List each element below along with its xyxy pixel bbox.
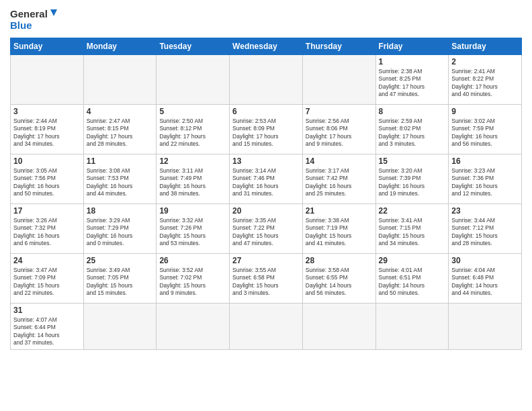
calendar-cell: 2Sunrise: 2:41 AM Sunset: 8:22 PM Daylig… bbox=[449, 55, 522, 105]
day-info: Sunrise: 3:44 AM Sunset: 7:12 PM Dayligh… bbox=[451, 217, 519, 248]
calendar-cell: 9Sunrise: 3:02 AM Sunset: 7:59 PM Daylig… bbox=[449, 105, 522, 154]
day-number: 30 bbox=[451, 256, 519, 265]
day-info: Sunrise: 3:49 AM Sunset: 7:05 PM Dayligh… bbox=[87, 267, 154, 298]
calendar-cell: 5Sunrise: 2:50 AM Sunset: 8:12 PM Daylig… bbox=[157, 105, 230, 154]
day-info: Sunrise: 2:47 AM Sunset: 8:15 PM Dayligh… bbox=[87, 118, 154, 148]
calendar-cell bbox=[230, 304, 303, 350]
generalblue-logo-icon: General Blue bbox=[10, 7, 57, 32]
day-info: Sunrise: 3:14 AM Sunset: 7:46 PM Dayligh… bbox=[232, 167, 300, 198]
day-number: 14 bbox=[306, 156, 373, 166]
day-info: Sunrise: 3:47 AM Sunset: 7:09 PM Dayligh… bbox=[13, 267, 81, 298]
calendar-cell: 20Sunrise: 3:35 AM Sunset: 7:22 PM Dayli… bbox=[230, 204, 303, 254]
day-info: Sunrise: 2:41 AM Sunset: 8:22 PM Dayligh… bbox=[451, 68, 519, 99]
day-number: 28 bbox=[306, 256, 373, 265]
day-number: 20 bbox=[232, 206, 300, 216]
calendar-cell bbox=[302, 55, 375, 105]
day-number: 23 bbox=[451, 206, 519, 216]
day-info: Sunrise: 3:29 AM Sunset: 7:29 PM Dayligh… bbox=[87, 217, 154, 248]
calendar-cell: 8Sunrise: 2:59 AM Sunset: 8:02 PM Daylig… bbox=[375, 105, 449, 154]
day-number: 5 bbox=[159, 107, 226, 116]
svg-marker-2 bbox=[50, 9, 57, 16]
calendar-cell: 13Sunrise: 3:14 AM Sunset: 7:46 PM Dayli… bbox=[230, 154, 303, 204]
calendar-cell bbox=[375, 304, 449, 350]
day-info: Sunrise: 3:55 AM Sunset: 6:58 PM Dayligh… bbox=[232, 267, 300, 298]
day-number: 15 bbox=[379, 156, 446, 166]
calendar-cell bbox=[83, 304, 157, 350]
week-row-6: 31Sunrise: 4:07 AM Sunset: 6:44 PM Dayli… bbox=[11, 304, 522, 350]
calendar-cell: 12Sunrise: 3:11 AM Sunset: 7:49 PM Dayli… bbox=[157, 154, 230, 204]
day-info: Sunrise: 3:52 AM Sunset: 7:02 PM Dayligh… bbox=[159, 267, 226, 298]
day-info: Sunrise: 4:04 AM Sunset: 6:48 PM Dayligh… bbox=[451, 267, 519, 298]
day-info: Sunrise: 4:07 AM Sunset: 6:44 PM Dayligh… bbox=[13, 316, 81, 347]
day-number: 6 bbox=[232, 107, 300, 116]
day-number: 2 bbox=[451, 57, 519, 66]
week-row-5: 24Sunrise: 3:47 AM Sunset: 7:09 PM Dayli… bbox=[11, 254, 522, 304]
calendar-cell: 17Sunrise: 3:26 AM Sunset: 7:32 PM Dayli… bbox=[11, 204, 84, 254]
day-number: 3 bbox=[13, 107, 81, 116]
calendar-cell: 26Sunrise: 3:52 AM Sunset: 7:02 PM Dayli… bbox=[157, 254, 230, 304]
day-number: 21 bbox=[306, 206, 373, 216]
day-info: Sunrise: 3:35 AM Sunset: 7:22 PM Dayligh… bbox=[232, 217, 300, 248]
calendar-cell: 4Sunrise: 2:47 AM Sunset: 8:15 PM Daylig… bbox=[83, 105, 157, 154]
day-number: 11 bbox=[87, 156, 154, 166]
calendar-cell: 31Sunrise: 4:07 AM Sunset: 6:44 PM Dayli… bbox=[11, 304, 84, 350]
calendar-cell: 18Sunrise: 3:29 AM Sunset: 7:29 PM Dayli… bbox=[83, 204, 157, 254]
page: General Blue SundayMondayTuesdayWednesda… bbox=[0, 0, 532, 411]
day-info: Sunrise: 2:38 AM Sunset: 8:25 PM Dayligh… bbox=[379, 68, 446, 99]
weekday-header-monday: Monday bbox=[83, 38, 157, 55]
calendar-cell: 21Sunrise: 3:38 AM Sunset: 7:19 PM Dayli… bbox=[302, 204, 375, 254]
week-row-1: 1Sunrise: 2:38 AM Sunset: 8:25 PM Daylig… bbox=[11, 55, 522, 105]
calendar-cell: 16Sunrise: 3:23 AM Sunset: 7:36 PM Dayli… bbox=[449, 154, 522, 204]
svg-text:Blue: Blue bbox=[10, 19, 32, 31]
weekday-header-tuesday: Tuesday bbox=[157, 38, 230, 55]
day-number: 10 bbox=[13, 156, 81, 166]
weekday-header-row: SundayMondayTuesdayWednesdayThursdayFrid… bbox=[11, 38, 522, 55]
day-number: 1 bbox=[379, 57, 446, 66]
calendar-cell bbox=[157, 304, 230, 350]
day-number: 8 bbox=[379, 107, 446, 116]
svg-text:General: General bbox=[10, 8, 48, 19]
logo: General Blue bbox=[10, 7, 57, 32]
day-number: 13 bbox=[232, 156, 300, 166]
day-info: Sunrise: 3:20 AM Sunset: 7:39 PM Dayligh… bbox=[379, 167, 446, 198]
calendar-cell: 25Sunrise: 3:49 AM Sunset: 7:05 PM Dayli… bbox=[83, 254, 157, 304]
day-number: 9 bbox=[451, 107, 519, 116]
weekday-header-wednesday: Wednesday bbox=[230, 38, 303, 55]
day-info: Sunrise: 3:58 AM Sunset: 6:55 PM Dayligh… bbox=[306, 267, 373, 298]
day-info: Sunrise: 3:32 AM Sunset: 7:26 PM Dayligh… bbox=[159, 217, 226, 248]
day-number: 19 bbox=[159, 206, 226, 216]
day-info: Sunrise: 3:26 AM Sunset: 7:32 PM Dayligh… bbox=[13, 217, 81, 248]
calendar-cell: 23Sunrise: 3:44 AM Sunset: 7:12 PM Dayli… bbox=[449, 204, 522, 254]
day-info: Sunrise: 3:38 AM Sunset: 7:19 PM Dayligh… bbox=[306, 217, 373, 248]
calendar-cell bbox=[302, 304, 375, 350]
calendar-cell bbox=[230, 55, 303, 105]
calendar-cell: 3Sunrise: 2:44 AM Sunset: 8:19 PM Daylig… bbox=[11, 105, 84, 154]
calendar-cell: 28Sunrise: 3:58 AM Sunset: 6:55 PM Dayli… bbox=[302, 254, 375, 304]
day-info: Sunrise: 4:01 AM Sunset: 6:51 PM Dayligh… bbox=[379, 267, 446, 298]
day-number: 29 bbox=[379, 256, 446, 265]
weekday-header-thursday: Thursday bbox=[302, 38, 375, 55]
calendar-cell bbox=[157, 55, 230, 105]
day-info: Sunrise: 3:08 AM Sunset: 7:53 PM Dayligh… bbox=[87, 167, 154, 198]
calendar-cell: 15Sunrise: 3:20 AM Sunset: 7:39 PM Dayli… bbox=[375, 154, 449, 204]
day-number: 25 bbox=[87, 256, 154, 265]
day-number: 16 bbox=[451, 156, 519, 166]
calendar-cell bbox=[449, 304, 522, 350]
calendar-cell: 27Sunrise: 3:55 AM Sunset: 6:58 PM Dayli… bbox=[230, 254, 303, 304]
calendar-cell: 24Sunrise: 3:47 AM Sunset: 7:09 PM Dayli… bbox=[11, 254, 84, 304]
day-info: Sunrise: 2:56 AM Sunset: 8:06 PM Dayligh… bbox=[306, 118, 373, 148]
calendar-cell: 10Sunrise: 3:05 AM Sunset: 7:56 PM Dayli… bbox=[11, 154, 84, 204]
week-row-4: 17Sunrise: 3:26 AM Sunset: 7:32 PM Dayli… bbox=[11, 204, 522, 254]
header: General Blue bbox=[10, 7, 522, 32]
day-info: Sunrise: 2:44 AM Sunset: 8:19 PM Dayligh… bbox=[13, 118, 81, 148]
day-number: 4 bbox=[87, 107, 154, 116]
day-info: Sunrise: 2:50 AM Sunset: 8:12 PM Dayligh… bbox=[159, 118, 226, 148]
calendar-cell bbox=[83, 55, 157, 105]
calendar-cell: 7Sunrise: 2:56 AM Sunset: 8:06 PM Daylig… bbox=[302, 105, 375, 154]
calendar: SundayMondayTuesdayWednesdayThursdayFrid… bbox=[10, 38, 522, 350]
day-info: Sunrise: 3:11 AM Sunset: 7:49 PM Dayligh… bbox=[159, 167, 226, 198]
weekday-header-friday: Friday bbox=[375, 38, 449, 55]
calendar-cell: 22Sunrise: 3:41 AM Sunset: 7:15 PM Dayli… bbox=[375, 204, 449, 254]
day-number: 7 bbox=[306, 107, 373, 116]
day-number: 24 bbox=[13, 256, 81, 265]
